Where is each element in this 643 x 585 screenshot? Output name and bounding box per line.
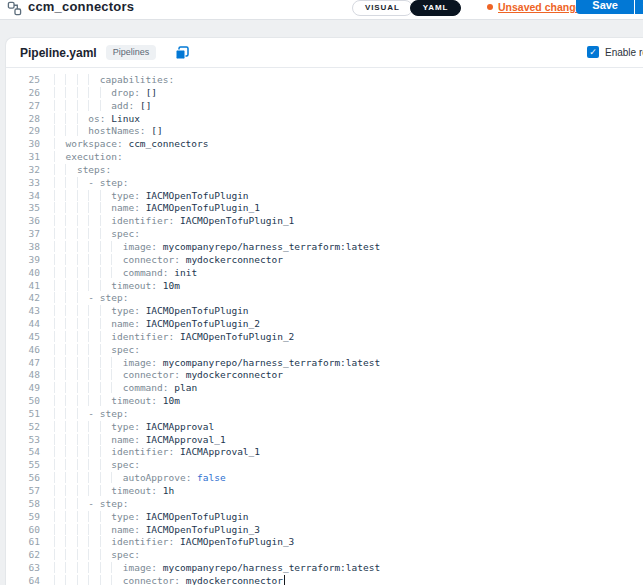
line-number: 61 — [14, 536, 40, 549]
line-number: 53 — [14, 434, 40, 447]
line-number: 29 — [14, 125, 40, 138]
line-number: 38 — [14, 241, 40, 254]
line-number: 49 — [14, 382, 40, 395]
code-line[interactable]: capabilities: — [54, 74, 174, 87]
line-number: 50 — [14, 395, 40, 408]
code-line[interactable]: timeout: 1h — [54, 485, 174, 498]
code-line[interactable]: identifier: IACMApproval_1 — [54, 446, 260, 459]
line-number: 36 — [14, 215, 40, 228]
code-line[interactable]: workspace: ccm_connectors — [54, 138, 208, 151]
code-line[interactable]: name: IACMOpenTofuPlugin_3 — [54, 524, 260, 537]
line-number: 47 — [14, 357, 40, 370]
line-number: 51 — [14, 408, 40, 421]
line-number: 32 — [14, 164, 40, 177]
code-line[interactable]: - step: — [54, 498, 128, 511]
text-cursor — [284, 575, 285, 585]
code-line[interactable]: image: mycompanyrepo/harness_terraform:l… — [54, 562, 380, 575]
code-line[interactable]: spec: — [54, 228, 140, 241]
topbar: ccm_connectors VISUAL YAML Unsaved chang… — [0, 0, 643, 20]
save-split-button: Save ▾ — [576, 0, 643, 14]
unsaved-changes-label: Unsaved changes — [498, 1, 587, 13]
tab-visual[interactable]: VISUAL — [352, 0, 413, 16]
unsaved-dot-icon — [487, 4, 493, 10]
line-number: 33 — [14, 177, 40, 190]
code-line[interactable]: identifier: IACMOpenTofuPlugin_3 — [54, 536, 294, 549]
code-line[interactable]: timeout: 10m — [54, 395, 180, 408]
line-number: 26 — [14, 87, 40, 100]
code-line[interactable]: timeout: 10m — [54, 280, 180, 293]
code-line[interactable]: connector: mydockerconnector — [54, 575, 285, 585]
code-line[interactable]: type: IACMOpenTofuPlugin — [54, 190, 249, 203]
code-line[interactable]: hostNames: [] — [54, 125, 163, 138]
line-number: 28 — [14, 113, 40, 126]
line-number: 27 — [14, 100, 40, 113]
code-line[interactable]: connector: mydockerconnector — [54, 254, 283, 267]
line-number: 25 — [14, 74, 40, 87]
code-line[interactable]: os: Linux — [54, 113, 140, 126]
code-line[interactable]: - step: — [54, 177, 128, 190]
line-number: 30 — [14, 138, 40, 151]
code-line[interactable]: execution: — [54, 151, 123, 164]
line-number: 63 — [14, 562, 40, 575]
line-number: 44 — [14, 318, 40, 331]
line-number: 34 — [14, 190, 40, 203]
visual-yaml-toggle: VISUAL YAML — [352, 0, 461, 16]
code-line[interactable]: name: IACMOpenTofuPlugin_2 — [54, 318, 260, 331]
code-line[interactable]: autoApprove: false — [54, 472, 226, 485]
panel-header: Pipeline.yaml Pipelines ✓ Enable read/ — [6, 38, 643, 68]
code-line[interactable]: command: init — [54, 267, 197, 280]
line-number: 52 — [14, 421, 40, 434]
pipeline-icon — [7, 1, 22, 16]
code-line[interactable]: connector: mydockerconnector — [54, 369, 283, 382]
tab-yaml[interactable]: YAML — [410, 0, 462, 16]
code-line[interactable]: type: IACMApproval — [54, 421, 214, 434]
line-number: 39 — [14, 254, 40, 267]
line-number: 31 — [14, 151, 40, 164]
line-number: 42 — [14, 292, 40, 305]
filename-label: Pipeline.yaml — [20, 46, 97, 60]
code-line[interactable]: name: IACMApproval_1 — [54, 434, 226, 447]
unsaved-changes-link[interactable]: Unsaved changes — [487, 1, 587, 13]
code-line[interactable]: type: IACMOpenTofuPlugin — [54, 305, 249, 318]
code-line[interactable]: type: IACMOpenTofuPlugin — [54, 511, 249, 524]
code-line[interactable]: drop: [] — [54, 87, 157, 100]
code-line[interactable]: add: [] — [54, 100, 151, 113]
line-number: 40 — [14, 267, 40, 280]
page-title: ccm_connectors — [28, 0, 134, 14]
line-number: 48 — [14, 369, 40, 382]
code-line[interactable]: spec: — [54, 549, 140, 562]
line-number: 43 — [14, 305, 40, 318]
code-line[interactable]: image: mycompanyrepo/harness_terraform:l… — [54, 357, 380, 370]
save-button[interactable]: Save — [576, 0, 634, 14]
code-line[interactable]: - step: — [54, 292, 128, 305]
line-number: 58 — [14, 498, 40, 511]
enable-readonly-label: Enable read/ — [605, 47, 643, 58]
line-number: 60 — [14, 524, 40, 537]
line-number: 54 — [14, 446, 40, 459]
yaml-editor[interactable]: 25 capabilities:26 drop: []27 add: []28 … — [6, 69, 643, 585]
line-number: 35 — [14, 202, 40, 215]
code-line[interactable]: image: mycompanyrepo/harness_terraform:l… — [54, 241, 380, 254]
code-line[interactable]: spec: — [54, 344, 140, 357]
line-number: 56 — [14, 472, 40, 485]
line-number: 64 — [14, 575, 40, 585]
enable-readonly-checkbox[interactable]: ✓ — [587, 46, 599, 58]
copy-yaml-button[interactable] — [175, 46, 189, 60]
line-number: 37 — [14, 228, 40, 241]
code-line[interactable]: spec: — [54, 459, 140, 472]
code-line[interactable]: identifier: IACMOpenTofuPlugin_1 — [54, 215, 294, 228]
yaml-panel: Pipeline.yaml Pipelines ✓ Enable read/ 2… — [5, 37, 643, 585]
line-number: 59 — [14, 511, 40, 524]
save-dropdown-button[interactable]: ▾ — [635, 0, 643, 14]
line-number: 62 — [14, 549, 40, 562]
line-number: 46 — [14, 344, 40, 357]
pipelines-badge: Pipelines — [106, 45, 157, 60]
line-number: 45 — [14, 331, 40, 344]
code-line[interactable]: - step: — [54, 408, 128, 421]
code-line[interactable]: name: IACMOpenTofuPlugin_1 — [54, 202, 260, 215]
code-line[interactable]: identifier: IACMOpenTofuPlugin_2 — [54, 331, 294, 344]
line-number: 41 — [14, 280, 40, 293]
enable-readonly-group: ✓ Enable read/ — [587, 46, 643, 58]
code-line[interactable]: steps: — [54, 164, 111, 177]
code-line[interactable]: command: plan — [54, 382, 197, 395]
